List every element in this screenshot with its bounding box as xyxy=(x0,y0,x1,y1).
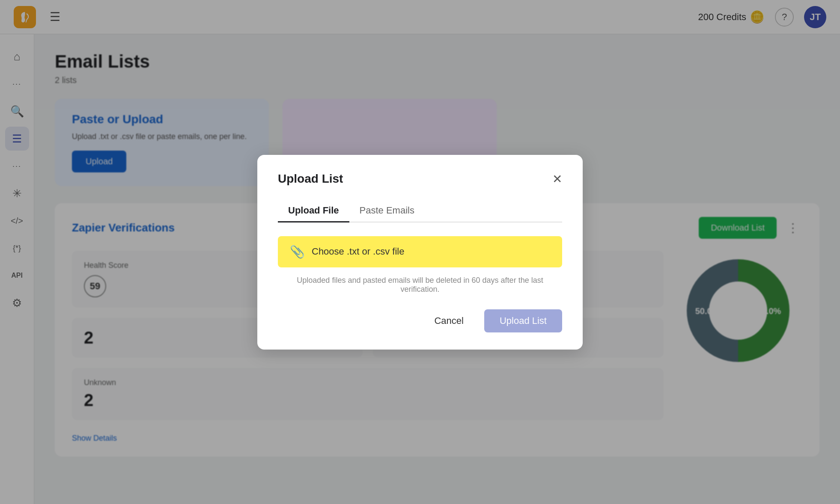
file-upload-area[interactable]: 📎 Choose .txt or .csv file xyxy=(278,236,562,267)
modal-close-button[interactable]: ✕ xyxy=(552,172,562,186)
upload-list-button[interactable]: Upload List xyxy=(484,309,562,332)
modal-overlay[interactable]: Upload List ✕ Upload File Paste Emails 📎… xyxy=(0,0,840,504)
tab-paste-emails-label: Paste Emails xyxy=(360,205,414,216)
modal-tabs: Upload File Paste Emails xyxy=(278,200,562,222)
tab-upload-file[interactable]: Upload File xyxy=(278,200,349,222)
paperclip-icon: 📎 xyxy=(290,245,305,259)
modal-title: Upload List xyxy=(278,172,343,186)
cancel-button[interactable]: Cancel xyxy=(424,310,474,332)
tab-paste-emails[interactable]: Paste Emails xyxy=(349,200,425,222)
upload-note: Uploaded files and pasted emails will be… xyxy=(278,276,562,294)
modal-footer: Cancel Upload List xyxy=(278,309,562,332)
modal-header: Upload List ✕ xyxy=(278,172,562,186)
file-upload-text: Choose .txt or .csv file xyxy=(312,246,404,257)
tab-upload-file-label: Upload File xyxy=(288,205,339,216)
upload-list-modal: Upload List ✕ Upload File Paste Emails 📎… xyxy=(257,155,583,350)
